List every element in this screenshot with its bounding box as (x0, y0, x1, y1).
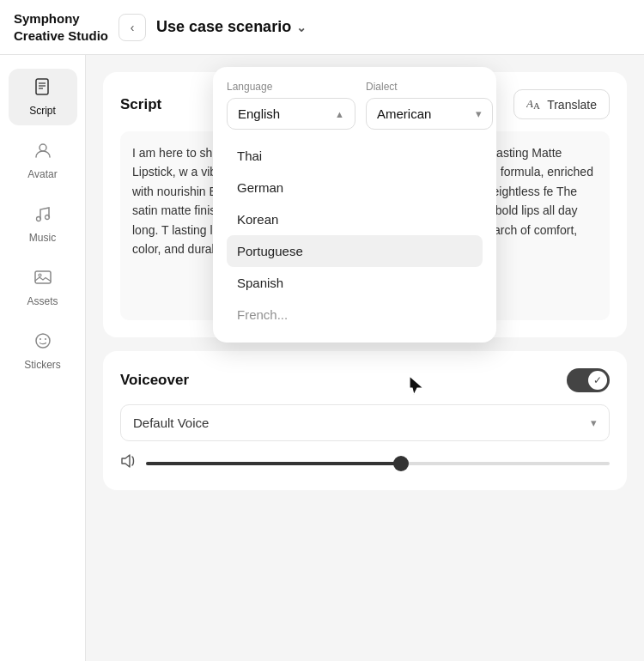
translate-icon: A A (526, 96, 542, 112)
language-options-list: Thai German Korean Portuguese Spanish Fr… (227, 140, 483, 329)
language-options-list-container: Thai German Korean Portuguese Spanish Fr… (227, 140, 483, 329)
back-icon: ‹ (131, 21, 135, 34)
main-layout: Script Avatar Music (0, 55, 644, 661)
volume-thumb (393, 456, 409, 471)
toggle-check-icon: ✓ (593, 374, 602, 386)
volume-fill (146, 462, 401, 465)
sidebar-item-music-label: Music (29, 232, 56, 244)
assets-icon (33, 268, 52, 292)
dialect-select-box[interactable]: American ▾ (366, 98, 493, 130)
voiceover-section-card: Voiceover ✓ Default Voice ▾ (103, 351, 627, 490)
volume-slider[interactable] (146, 462, 610, 465)
svg-rect-0 (36, 79, 48, 94)
page-title-text: Use case scenario (156, 18, 291, 36)
music-icon (33, 204, 52, 228)
language-chevron-up-icon: ▲ (335, 109, 344, 119)
script-section-title: Script (120, 96, 161, 113)
sidebar-item-avatar[interactable]: Avatar (9, 132, 77, 189)
voiceover-toggle[interactable]: ✓ (567, 368, 610, 392)
translate-btn-label: Translate (547, 98, 597, 112)
header: Symphony Creative Studio ‹ Use case scen… (0, 0, 644, 55)
svg-point-4 (39, 144, 46, 151)
language-dropdown-overlay: Language English ▲ Dialect American ▾ (213, 67, 496, 343)
title-chevron-icon[interactable]: ⌄ (296, 21, 307, 34)
svg-point-9 (36, 334, 50, 348)
toggle-knob: ✓ (588, 371, 607, 390)
sidebar-item-stickers-label: Stickers (24, 359, 61, 371)
sidebar-item-script[interactable]: Script (9, 69, 77, 125)
main-content: Script A A Translate I am here to share … (86, 55, 644, 661)
selected-dialect-text: American (377, 106, 431, 121)
translate-button[interactable]: A A Translate (513, 89, 610, 119)
language-option-french[interactable]: French... (227, 299, 483, 329)
language-selector-group: Language English ▲ (227, 81, 355, 130)
avatar-icon (33, 141, 52, 165)
sidebar-item-assets-label: Assets (27, 295, 58, 307)
back-button[interactable]: ‹ (118, 14, 146, 41)
sidebar-item-script-label: Script (29, 105, 56, 117)
volume-row (120, 453, 610, 473)
voiceover-header: Voiceover ✓ (120, 368, 610, 392)
stickers-icon (33, 331, 52, 355)
sidebar-item-music[interactable]: Music (9, 196, 77, 252)
svg-point-11 (45, 338, 46, 340)
selected-language-text: English (238, 106, 280, 121)
svg-text:A: A (526, 97, 533, 110)
dialect-selector-group: Dialect American ▾ (366, 81, 493, 130)
svg-rect-7 (35, 271, 51, 283)
language-option-portuguese[interactable]: Portuguese (227, 235, 483, 267)
sidebar-item-stickers[interactable]: Stickers (9, 323, 77, 379)
language-option-thai[interactable]: Thai (227, 140, 483, 172)
app-logo: Symphony Creative Studio (14, 10, 108, 44)
language-option-korean[interactable]: Korean (227, 203, 483, 235)
svg-text:A: A (533, 100, 540, 110)
voiceover-title: Voiceover (120, 372, 189, 389)
svg-point-10 (39, 338, 41, 340)
dialect-dropdown-label: Dialect (366, 81, 493, 93)
default-voice-label: Default Voice (133, 415, 209, 430)
dropdown-selectors-row: Language English ▲ Dialect American ▾ (227, 81, 483, 130)
language-option-german[interactable]: German (227, 172, 483, 203)
language-select-box[interactable]: English ▲ (227, 98, 355, 130)
page-title: Use case scenario ⌄ (156, 18, 307, 36)
language-dropdown-label: Language (227, 81, 355, 93)
sidebar-item-assets[interactable]: Assets (9, 259, 77, 316)
volume-icon (120, 453, 137, 473)
svg-point-8 (39, 274, 41, 276)
voice-chevron-icon: ▾ (591, 416, 597, 429)
language-option-spanish[interactable]: Spanish (227, 267, 483, 299)
sidebar-item-avatar-label: Avatar (27, 168, 57, 180)
dialect-chevron-down-icon: ▾ (476, 107, 482, 120)
sidebar: Script Avatar Music (0, 55, 86, 661)
default-voice-dropdown[interactable]: Default Voice ▾ (120, 404, 610, 441)
script-icon (33, 77, 52, 101)
